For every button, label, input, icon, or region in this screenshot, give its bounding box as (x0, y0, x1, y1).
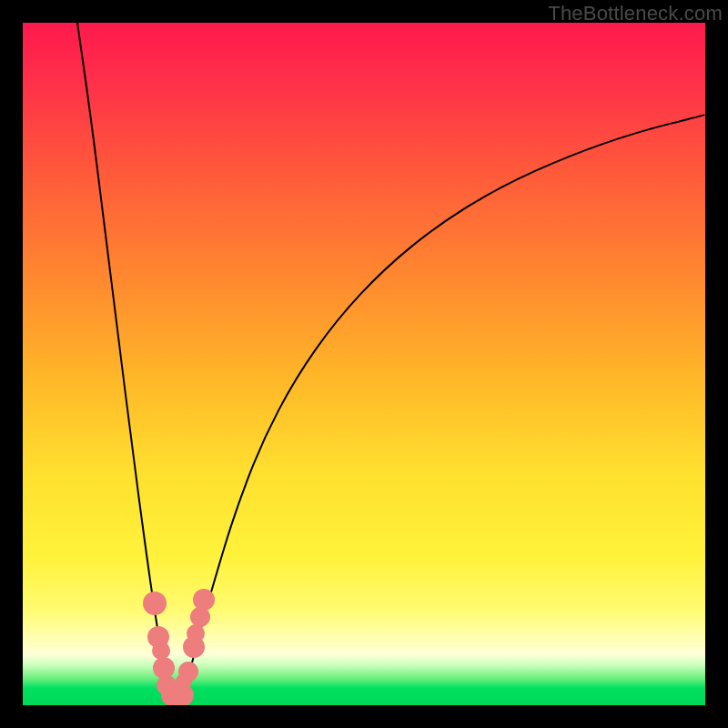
data-marker (187, 624, 205, 642)
plot-area (23, 23, 705, 705)
watermark-text: TheBottleneck.com (548, 2, 723, 25)
data-markers (23, 23, 705, 705)
chart-frame: TheBottleneck.com (0, 0, 728, 728)
data-marker (193, 589, 215, 611)
data-marker (178, 662, 198, 682)
data-marker (143, 592, 167, 615)
